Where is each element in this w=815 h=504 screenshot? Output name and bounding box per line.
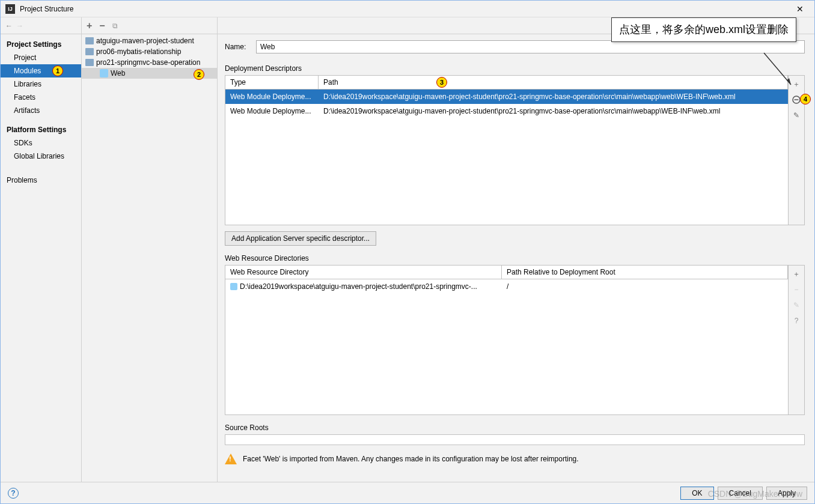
sidebar-item-global-libs[interactable]: Global Libraries — [1, 150, 81, 163]
web-icon — [100, 69, 108, 77]
th-dir[interactable]: Web Resource Directory — [225, 266, 502, 279]
close-icon[interactable]: ✕ — [790, 3, 810, 15]
warning-icon — [225, 454, 237, 464]
web-res-label: Web Resource Directories — [225, 254, 805, 263]
titlebar: IJ Project Structure ✕ — [1, 1, 814, 17]
deploy-descriptors-label: Deployment Descriptors — [225, 64, 805, 73]
deployment-table: Type Path 3 Web Module Deployme... D:\id… — [225, 75, 788, 225]
remove-icon[interactable]: − — [790, 284, 802, 296]
folder-icon — [230, 283, 237, 290]
folder-icon — [85, 48, 94, 55]
watermark: CSDN @BugMakerChow — [708, 489, 802, 499]
badge-1: 1 — [52, 65, 63, 76]
deploy-toolbar: ＋ 4 ✎ — [788, 75, 805, 225]
add-icon[interactable]: ＋ — [790, 78, 802, 90]
remove-icon[interactable]: 4 — [790, 94, 802, 106]
tree-child[interactable]: pro21-springmvc-base-operation — [82, 57, 217, 68]
module-tree: atguigu-maven-project-student pro06-myba… — [82, 34, 218, 482]
tree-label: atguigu-maven-project-student — [96, 37, 194, 45]
table-row[interactable]: Web Module Deployme... D:\idea2019worksp… — [225, 104, 788, 118]
source-roots-label: Source Roots — [225, 424, 805, 432]
footer: ? OK Cancel Apply — [1, 482, 814, 503]
td-type: Web Module Deployme... — [225, 90, 319, 104]
app-icon: IJ — [5, 4, 15, 14]
sidebar-item-sdks[interactable]: SDKs — [1, 136, 81, 150]
sidebar-item-label: Modules — [14, 67, 41, 75]
th-type[interactable]: Type — [225, 76, 319, 89]
sidebar-item-artifacts[interactable]: Artifacts — [1, 104, 81, 117]
th-path[interactable]: Path 3 — [319, 76, 788, 89]
badge-2: 2 — [194, 69, 204, 80]
td-path: D:\idea2019workspace\atguigu-maven-proje… — [319, 104, 788, 118]
sidebar-item-modules[interactable]: Modules 1 — [1, 64, 81, 77]
add-server-descriptor-button[interactable]: Add Application Server specific descript… — [225, 231, 376, 246]
add-icon[interactable]: ＋ — [790, 268, 802, 280]
badge-3: 3 — [436, 77, 447, 88]
td-path: D:\idea2019workspace\atguigu-maven-proje… — [319, 90, 788, 104]
folder-icon — [85, 59, 94, 66]
sidebar-item-libraries[interactable]: Libraries — [1, 77, 81, 91]
sidebar-item-problems[interactable]: Problems — [1, 174, 81, 187]
window-title: Project Structure — [20, 5, 73, 13]
source-roots-box — [225, 434, 805, 445]
table-row[interactable]: D:\idea2019workspace\atguigu-maven-proje… — [225, 279, 788, 294]
folder-icon — [85, 37, 94, 44]
resource-table: Web Resource Directory Path Relative to … — [225, 265, 788, 415]
help-icon[interactable]: ? — [8, 488, 19, 499]
tree-label: pro06-mybatis-relationship — [96, 47, 181, 56]
badge-4: 4 — [800, 94, 811, 105]
plus-icon[interactable]: + — [87, 20, 92, 31]
warning-text: Facet 'Web' is imported from Maven. Any … — [243, 455, 579, 463]
resource-toolbar: ＋ − ✎ ? — [788, 265, 805, 415]
sidebar: Project Settings Project Modules 1 Libra… — [1, 34, 82, 482]
sidebar-item-project[interactable]: Project — [1, 51, 81, 64]
content-pane: Name: Deployment Descriptors Type Path 3… — [218, 34, 814, 482]
td-rel: / — [502, 279, 788, 294]
td-dir: D:\idea2019workspace\atguigu-maven-proje… — [240, 282, 477, 291]
td-type: Web Module Deployme... — [225, 104, 319, 118]
sidebar-heading-project: Project Settings — [1, 38, 81, 51]
tree-web[interactable]: Web 2 — [82, 68, 217, 79]
tree-label: Web — [111, 69, 125, 77]
back-icon[interactable]: ← — [5, 22, 13, 30]
forward-icon[interactable]: → — [16, 22, 23, 30]
warning-banner: Facet 'Web' is imported from Maven. Any … — [225, 451, 805, 467]
sidebar-item-facets[interactable]: Facets — [1, 91, 81, 104]
minus-icon[interactable]: − — [99, 20, 105, 31]
edit-icon[interactable]: ✎ — [790, 299, 802, 311]
table-row[interactable]: Web Module Deployme... D:\idea2019worksp… — [225, 90, 788, 104]
sidebar-heading-platform: Platform Settings — [1, 123, 81, 136]
th-label: Path — [323, 78, 338, 87]
edit-icon[interactable]: ✎ — [790, 109, 802, 121]
callout-tooltip: 点这里，将多余的web.xml设置删除 — [611, 17, 796, 42]
tree-label: pro21-springmvc-base-operation — [96, 58, 200, 67]
name-label: Name: — [225, 43, 249, 51]
th-rel[interactable]: Path Relative to Deployment Root — [502, 266, 788, 279]
tree-child[interactable]: pro06-mybatis-relationship — [82, 46, 217, 57]
tree-root[interactable]: atguigu-maven-project-student — [82, 35, 217, 46]
copy-icon[interactable]: ⧉ — [112, 22, 118, 30]
help-icon[interactable]: ? — [790, 315, 802, 327]
